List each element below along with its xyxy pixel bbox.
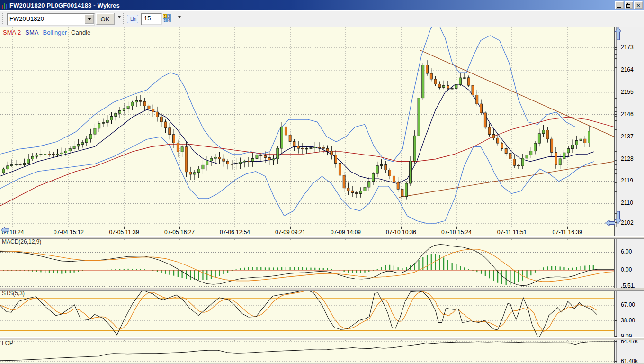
symbol-combobox-value: FW20U1820 [8, 14, 85, 25]
x-axis-tick [235, 227, 235, 229]
y-axis-label: 0.00 [621, 266, 632, 273]
x-axis-tick [512, 227, 512, 229]
linear-scale-button[interactable]: Lin [127, 15, 138, 23]
y-axis-tick [615, 252, 617, 252]
minimize-button[interactable] [615, 1, 624, 9]
x-axis-label: 07-09 09:21 [275, 229, 305, 236]
y-axis-tick [615, 286, 617, 286]
y-axis-tick [615, 361, 617, 362]
x-axis-tick [567, 227, 568, 229]
chart-canvas [0, 27, 614, 227]
legend-sma: SMA [25, 29, 38, 36]
x-axis-tick [346, 227, 346, 229]
sts-y-axis: 96.0067.0038.009.09 [614, 290, 644, 337]
y-axis-label: 2164 [621, 66, 634, 73]
panel-splitter[interactable] [0, 236, 644, 239]
interval-input[interactable]: 15 [141, 13, 162, 25]
y-axis-label: 2173 [621, 44, 634, 51]
scroll-left-arrow[interactable] [605, 220, 615, 226]
minimize-icon [617, 7, 621, 8]
x-axis-label: 07-11 16:39 [552, 229, 582, 236]
lop-y-axis: 64.47k61.40k [614, 339, 644, 363]
price-chart-plot[interactable] [0, 27, 614, 227]
y-axis-label: 2155 [621, 89, 634, 95]
y-axis-tick [615, 305, 617, 305]
chart-canvas [0, 340, 614, 364]
panel-splitter[interactable] [0, 337, 644, 340]
x-axis-tick [124, 227, 125, 229]
x-axis-corner [614, 227, 644, 236]
y-axis-label: 2137 [621, 133, 634, 140]
y-axis-tick [615, 341, 617, 342]
x-axis-tick [179, 227, 180, 229]
panel-splitter[interactable] [0, 288, 644, 291]
window-title: FW20U1820 PL0GF0014183 - Wykres [9, 2, 120, 9]
y-axis-label: 2128 [621, 155, 634, 162]
y-axis-label: 2119 [621, 177, 633, 184]
legend-candle: Candle [71, 29, 90, 36]
macd-panel-label: MACD(26,12,9) [2, 238, 41, 245]
y-axis-label: 38.00 [621, 317, 635, 324]
combobox-dropdown-button[interactable] [85, 14, 94, 24]
scroll-down-arrow[interactable] [615, 211, 621, 224]
x-axis-tick [290, 227, 291, 229]
y-axis-tick [615, 336, 617, 337]
price-y-axis[interactable]: 217321642155214621372128211921102102 [614, 27, 644, 227]
x-axis-tick [401, 227, 402, 229]
lop-chart-plot[interactable] [0, 339, 614, 364]
close-button[interactable]: ✕ [634, 1, 643, 9]
y-axis-label: 6.00 [621, 248, 632, 255]
restore-button[interactable] [625, 1, 633, 9]
title-bar[interactable]: FW20U1820 PL0GF0014183 - Wykres ✕ [0, 0, 644, 10]
toolbar-overflow-chevron[interactable] [178, 17, 182, 22]
x-axis-label: 07-09 14:09 [331, 229, 361, 236]
chart-app-icon [2, 2, 7, 9]
macd-chart-plot[interactable] [0, 238, 614, 288]
toolbar-grip[interactable] [123, 13, 125, 24]
toolbar-grip[interactable] [2, 13, 5, 24]
ok-button[interactable]: OK [96, 13, 115, 25]
toolbar-overflow-chevron[interactable] [118, 17, 122, 22]
y-axis-label: 2102 [621, 219, 634, 226]
toolbar: FW20U1820 OK Lin 15 1234 [0, 10, 644, 27]
x-axis-tick [456, 227, 457, 229]
time-x-axis: 04 10:2407-04 15:1207-05 11:3907-05 16:2… [0, 227, 614, 237]
y-axis-label: 67.00 [621, 301, 635, 308]
restore-icon [626, 3, 631, 8]
x-axis-label: 07-11 11:51 [497, 229, 527, 236]
x-axis-label: 07-05 11:39 [109, 229, 139, 236]
legend-bollinger: Bollinger [43, 29, 67, 36]
y-axis-tick [615, 270, 617, 270]
x-axis-label: 07-10 15:24 [441, 229, 472, 236]
sts-chart-plot[interactable] [0, 290, 614, 338]
layout-grid-icon[interactable]: 1234 [163, 14, 172, 23]
lop-panel-label: LOP [2, 340, 13, 346]
chart-canvas [0, 238, 614, 288]
application-window: FW20U1820 PL0GF0014183 - Wykres ✕ FW20U1… [0, 0, 644, 364]
chevron-down-icon [88, 18, 91, 20]
scroll-up-arrow[interactable] [615, 27, 621, 40]
y-axis-label: 2110 [621, 200, 633, 206]
x-axis-tick [13, 227, 13, 229]
scroll-left-edge-arrow[interactable] [1, 227, 9, 233]
x-axis-tick [69, 227, 69, 229]
macd-y-axis: 6.000.00-5.51 [614, 238, 644, 288]
chart-canvas [0, 290, 614, 338]
x-axis-label: 07-10 10:36 [386, 229, 416, 236]
y-axis-tick [615, 320, 617, 321]
y-axis-label: 2146 [621, 111, 634, 118]
legend-sma2: SMA 2 [3, 29, 21, 36]
symbol-combobox[interactable]: FW20U1820 [7, 13, 95, 26]
x-axis-label: 07-04 15:12 [54, 229, 84, 236]
sts-panel-label: STS(5,3) [2, 290, 25, 297]
axis-minor-ticks [615, 45, 617, 225]
x-axis-label: 07-06 12:54 [220, 229, 250, 236]
chart-legend: SMA 2SMABollingerCandle [3, 29, 95, 36]
x-axis-label: 07-05 16:27 [164, 229, 195, 236]
